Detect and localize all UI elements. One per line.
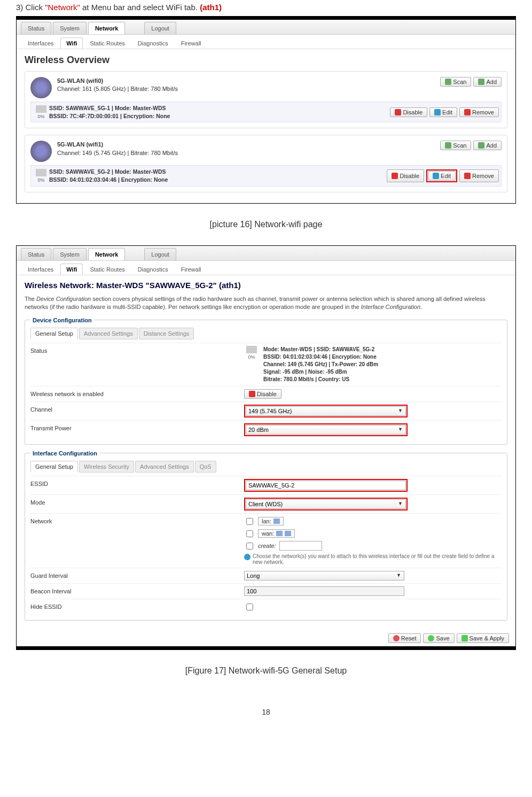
sub-tabs: Interfaces Wifi Static Routes Diagnostic…	[17, 35, 515, 49]
disable-button[interactable]: Disable	[387, 169, 424, 182]
beacon-input[interactable]	[244, 586, 404, 596]
edit-highlight: Edit	[426, 169, 457, 182]
subtab-interfaces[interactable]: Interfaces	[22, 37, 59, 49]
wifi0-block: 5G-WLAN (wifi0) Channel: 161 (5.805 GHz)…	[25, 71, 507, 128]
beacon-label: Beacon Interval	[30, 586, 244, 594]
net-icon	[276, 531, 283, 536]
page-number: 18	[16, 708, 516, 716]
wifi-icon	[30, 77, 52, 98]
tab-network[interactable]: Network	[88, 22, 125, 34]
remove-button[interactable]: Remove	[459, 169, 499, 182]
subtab-wifi[interactable]: Wifi	[60, 37, 83, 49]
screenshot-2: Status System Network Logout Interfaces …	[16, 245, 516, 650]
remove-button[interactable]: Remove	[459, 107, 499, 117]
tab-status[interactable]: Status	[21, 248, 51, 260]
hide-essid-checkbox[interactable]	[246, 603, 253, 610]
subtab-firewall[interactable]: Firewall	[175, 264, 207, 275]
subtab-wifi[interactable]: Wifi	[60, 264, 83, 275]
net-icon	[285, 531, 291, 536]
wifi1-block: 5G-WLAN (wifi1) Channel: 149 (5.745 GHz)…	[25, 135, 507, 192]
device-config-legend: Device Configuration	[30, 317, 94, 323]
net-icon	[273, 519, 280, 524]
interface-config-legend: Interface Configuration	[30, 450, 99, 456]
signal-icon: 0%	[33, 169, 49, 183]
tab-logout[interactable]: Logout	[144, 248, 176, 260]
create-checkbox[interactable]	[246, 543, 253, 550]
main-tabs: Status System Network Logout	[17, 246, 515, 261]
txpower-select[interactable]	[246, 425, 406, 435]
lan-checkbox[interactable]	[246, 518, 253, 525]
tab-status[interactable]: Status	[21, 22, 51, 34]
footer-buttons: Reset Save Save & Apply	[17, 630, 515, 646]
description: The Device Configuration section covers …	[25, 295, 507, 312]
innertab-general[interactable]: General Setup	[30, 328, 78, 339]
edit-button[interactable]: Edit	[428, 171, 456, 181]
add-button[interactable]: Add	[473, 141, 502, 150]
channel-select[interactable]	[246, 406, 406, 416]
innertab-distance[interactable]: Distance Settings	[139, 328, 194, 339]
essid-label: ESSID	[30, 479, 244, 487]
guard-label: Guard Interval	[30, 571, 244, 579]
instruction-text: 3) Click "Network" at Menu bar and selec…	[16, 3, 516, 12]
hide-essid-label: Hide ESSID	[30, 602, 244, 610]
status-details: Mode: Master-WDS | SSID: SAWWAVE_5G-2 BS…	[263, 346, 378, 383]
disable-button[interactable]: Disable	[390, 107, 427, 117]
save-apply-button[interactable]: Save & Apply	[457, 633, 509, 643]
caption-2: [Figure 17] Network-wifi-5G General Setu…	[16, 666, 516, 676]
subtab-interfaces[interactable]: Interfaces	[22, 264, 59, 275]
innertab-general[interactable]: General Setup	[30, 461, 78, 473]
page-title: Wireless Network: Master-WDS "SAWWAVE_5G…	[25, 281, 507, 290]
tab-logout[interactable]: Logout	[144, 22, 176, 34]
subtab-diag[interactable]: Diagnostics	[132, 264, 174, 275]
signal-icon: 0%	[33, 105, 49, 119]
innertab-advanced[interactable]: Advanced Settings	[135, 461, 194, 473]
enabled-label: Wireless network is enabled	[30, 389, 244, 397]
tab-network[interactable]: Network	[88, 248, 125, 260]
network-label: Network	[30, 516, 244, 524]
interface-config-fieldset: Interface Configuration General Setup Wi…	[25, 450, 507, 621]
subtab-firewall[interactable]: Firewall	[175, 37, 207, 49]
device-config-fieldset: Device Configuration General Setup Advan…	[25, 317, 507, 445]
tab-system[interactable]: System	[53, 22, 87, 34]
add-button[interactable]: Add	[473, 77, 502, 87]
essid-input[interactable]	[246, 481, 406, 490]
innertab-security[interactable]: Wireless Security	[79, 461, 134, 473]
scan-button[interactable]: Scan	[440, 141, 471, 150]
subtab-static[interactable]: Static Routes	[84, 37, 130, 49]
tab-system[interactable]: System	[53, 248, 87, 260]
page-title: Wireless Overview	[25, 55, 507, 66]
network-help: Choose the network(s) you want to attach…	[244, 553, 502, 565]
innertab-advanced[interactable]: Advanced Settings	[79, 328, 138, 339]
scan-button[interactable]: Scan	[440, 77, 471, 87]
innertab-qos[interactable]: QoS	[195, 461, 216, 473]
main-tabs: Status System Network Logout	[17, 20, 515, 35]
edit-button[interactable]: Edit	[429, 107, 457, 117]
txpower-label: Transmit Power	[30, 423, 244, 431]
reset-button[interactable]: Reset	[388, 633, 421, 643]
wan-checkbox[interactable]	[246, 530, 253, 537]
channel-label: Channel	[30, 405, 244, 413]
guard-select[interactable]	[244, 571, 404, 581]
save-button[interactable]: Save	[423, 633, 454, 643]
disable-button[interactable]: Disable	[244, 389, 281, 399]
sub-tabs: Interfaces Wifi Static Routes Diagnostic…	[17, 261, 515, 275]
signal-icon: 0%	[244, 346, 259, 360]
wifi-icon	[30, 141, 52, 162]
subtab-diag[interactable]: Diagnostics	[132, 37, 174, 49]
mode-select[interactable]	[246, 499, 406, 509]
screenshot-1: Status System Network Logout Interfaces …	[16, 16, 516, 204]
caption-1: [picture 16] Network-wifi page	[16, 220, 516, 229]
create-input[interactable]	[279, 541, 322, 551]
mode-label: Mode	[30, 498, 244, 506]
subtab-static[interactable]: Static Routes	[84, 264, 130, 275]
status-label: Status	[30, 346, 244, 354]
